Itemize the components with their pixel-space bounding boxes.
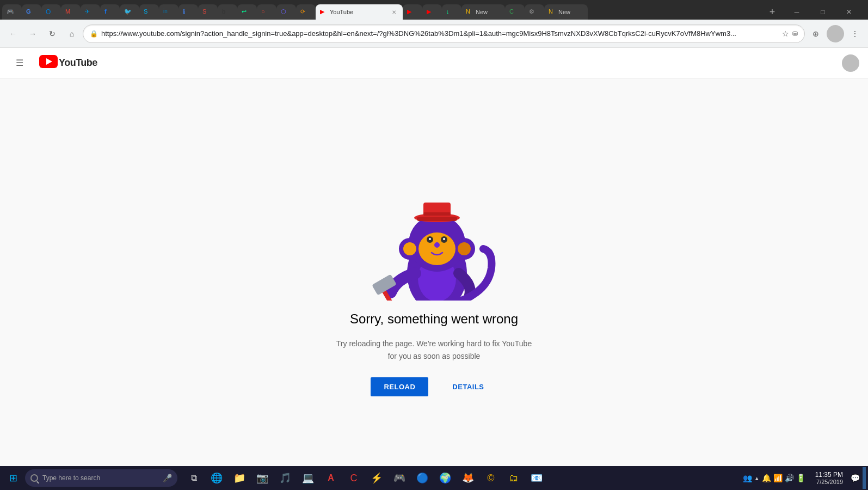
tab-favicon-10: ℹ	[183, 8, 190, 16]
tab-10[interactable]: ℹ	[178, 4, 198, 20]
notification-icon: 💬	[851, 474, 860, 482]
app-blue-icon[interactable]: 🔵	[411, 467, 433, 489]
laptop-icon[interactable]: 💻	[297, 467, 319, 489]
email-icon[interactable]: 📧	[526, 467, 547, 489]
notification-button[interactable]: 💬	[848, 467, 861, 489]
tab-group: 🎮 G O M ✈ f 🐦 S in ℹ S b ↩ ○ ⬡ ⟳ ▶ YouTu…	[2, 4, 765, 20]
tab-gear[interactable]: ⚙	[525, 4, 544, 20]
share-icon[interactable]: ⛁	[792, 30, 798, 38]
user-avatar[interactable]	[842, 54, 859, 72]
forward-button[interactable]: →	[24, 25, 41, 42]
tab-favicon-11: S	[202, 8, 210, 16]
tab-yt2[interactable]: ▶	[403, 4, 422, 20]
svg-point-12	[458, 242, 471, 255]
extensions-button[interactable]: ⊕	[807, 25, 824, 42]
tab-favicon-16: ⟳	[300, 8, 308, 16]
bookmark-star-icon[interactable]: ☆	[782, 29, 789, 38]
show-desktop-button[interactable]	[863, 467, 866, 489]
volume-tray-icon[interactable]: 🔊	[785, 474, 794, 482]
tab-favicon-14: ○	[261, 8, 269, 16]
menu-button[interactable]: ⋮	[846, 25, 864, 42]
chrome-browser: 🎮 G O M ✈ f 🐦 S in ℹ S b ↩ ○ ⬡ ⟳ ▶ YouTu…	[0, 0, 868, 490]
window-controls: ─ □ ✕	[780, 4, 866, 20]
error-subtitle-line2: for you as soon as possible	[388, 352, 481, 360]
notification-tray-icon[interactable]: 🔔	[762, 474, 771, 482]
battery-tray-icon[interactable]: 🔋	[796, 474, 805, 482]
chrome-icon[interactable]: 🌍	[434, 467, 456, 489]
youtube-logo[interactable]: YouTube	[39, 55, 97, 71]
tab-13[interactable]: ↩	[237, 4, 257, 20]
svg-rect-21	[417, 217, 457, 221]
tab-favicon-6: f	[104, 8, 112, 16]
tab-down[interactable]: ↓	[442, 4, 461, 20]
svg-point-13	[418, 232, 455, 265]
svg-point-18	[434, 242, 440, 248]
back-button[interactable]: ←	[4, 25, 22, 42]
tab-new1[interactable]: NNew	[461, 4, 505, 20]
taskbar-search[interactable]: Type here to search 🎤	[25, 469, 177, 487]
tab-6[interactable]: f	[100, 4, 120, 20]
yt-logo-text: YouTube	[59, 57, 97, 69]
error-subtitle: Try reloading the page. We're working ha…	[336, 338, 532, 362]
omnibox[interactable]: 🔒 https://www.youtube.com/signin?action_…	[83, 24, 805, 43]
copyright-icon[interactable]: ©	[480, 467, 502, 489]
firefox-icon[interactable]: 🦊	[457, 467, 479, 489]
tab-16[interactable]: ⟳	[296, 4, 316, 20]
tab-9[interactable]: in	[159, 4, 178, 20]
microphone-icon[interactable]: 🎤	[163, 474, 172, 482]
files-icon[interactable]: 🗂	[503, 467, 525, 489]
app-c-icon[interactable]: C	[343, 467, 365, 489]
task-view-button[interactable]: ⧉	[183, 467, 205, 489]
tab-favicon-gear: ⚙	[529, 8, 537, 16]
home-button[interactable]: ⌂	[63, 25, 81, 42]
new-tab-button[interactable]: +	[765, 4, 780, 20]
wifi-tray-icon[interactable]: 📶	[773, 474, 783, 482]
tab-new2[interactable]: NNew	[544, 4, 588, 20]
tab-1[interactable]: 🎮	[2, 4, 22, 20]
tab-7[interactable]: 🐦	[120, 4, 139, 20]
tab-2[interactable]: G	[22, 4, 41, 20]
edge-icon[interactable]: 🌐	[206, 467, 227, 489]
tab-favicon-12: b	[222, 8, 230, 16]
youtube-main: Sorry, something went wrong Try reloadin…	[0, 78, 868, 466]
tab-8[interactable]: S	[139, 4, 159, 20]
url-text: https://www.youtube.com/signin?action_ha…	[101, 29, 779, 38]
svg-point-16	[429, 238, 431, 240]
tab-favicon-7: 🐦	[124, 8, 132, 16]
taskbar: ⊞ Type here to search 🎤 ⧉ 🌐 📁 📷 🎵 💻 A C …	[0, 466, 868, 490]
tab-15[interactable]: ⬡	[276, 4, 296, 20]
tab-favicon-2: G	[26, 8, 34, 16]
taskbar-clock[interactable]: 11:35 PM 7/25/2019	[811, 471, 847, 485]
error-illustration	[358, 148, 510, 301]
tab-5[interactable]: ✈	[81, 4, 100, 20]
camera-icon[interactable]: 📷	[251, 467, 273, 489]
start-button[interactable]: ⊞	[2, 467, 24, 489]
tab-label-new1: New	[476, 9, 501, 15]
app-game-icon[interactable]: 🎮	[389, 467, 410, 489]
tab-3[interactable]: O	[41, 4, 61, 20]
caret-up-icon[interactable]: ▲	[754, 475, 760, 481]
media-icon[interactable]: 🎵	[274, 467, 296, 489]
tab-youtube-active[interactable]: ▶ YouTube ✕	[316, 4, 403, 20]
close-button[interactable]: ✕	[836, 4, 861, 20]
maximize-button[interactable]: □	[810, 4, 835, 20]
tab-4[interactable]: M	[61, 4, 81, 20]
file-explorer-icon[interactable]: 📁	[229, 467, 250, 489]
app-a-icon[interactable]: A	[320, 467, 342, 489]
yt-menu-button[interactable]: ☰	[9, 52, 30, 74]
people-tray-icon[interactable]: 👥	[743, 474, 752, 482]
profile-avatar	[827, 25, 844, 42]
reload-button[interactable]: ↻	[44, 25, 61, 42]
tab-close-youtube[interactable]: ✕	[390, 8, 398, 16]
reload-page-button[interactable]: RELOAD	[371, 377, 428, 396]
app-flash-icon[interactable]: ⚡	[366, 467, 387, 489]
minimize-button[interactable]: ─	[784, 4, 809, 20]
tab-yt3[interactable]: ▶	[422, 4, 442, 20]
tab-14[interactable]: ○	[257, 4, 276, 20]
tab-c[interactable]: C	[505, 4, 525, 20]
taskbar-items: ⧉ 🌐 📁 📷 🎵 💻 A C ⚡ 🎮 🔵 🌍 🦊 © 🗂 📧	[178, 467, 552, 489]
tab-12[interactable]: b	[218, 4, 237, 20]
profile-button[interactable]	[827, 25, 844, 42]
details-button[interactable]: DETAILS	[439, 377, 497, 396]
tab-11[interactable]: S	[198, 4, 218, 20]
